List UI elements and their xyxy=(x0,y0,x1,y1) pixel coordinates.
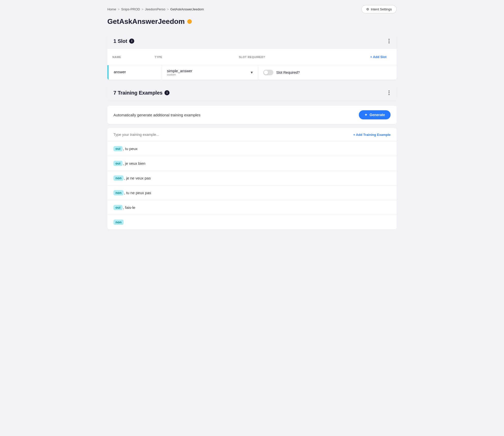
slots-section-title: 1 Slot xyxy=(113,38,127,44)
training-example-row: oui, tu peux xyxy=(107,141,397,156)
training-title-row: 7 Training Examples i xyxy=(113,90,170,96)
training-input-row: + Add Training Example xyxy=(107,128,397,141)
intent-settings-button[interactable]: ⚙ Intent Settings xyxy=(361,5,397,13)
breadcrumb-sep-3: > xyxy=(167,7,169,11)
slots-more-menu[interactable] xyxy=(388,38,391,44)
slots-section: 1 Slot i NAME TYPE SLOT REQUIRED? + Add … xyxy=(107,33,397,80)
training-example-row: oui, fais-le xyxy=(107,200,397,215)
slot-required-text: Slot Required? xyxy=(276,70,300,75)
training-example-row: non, tu ne peux pas xyxy=(107,186,397,200)
slots-section-header: 1 Slot i xyxy=(107,33,397,49)
slot-type-label: custom xyxy=(167,73,192,76)
generate-btn-label: Generate xyxy=(369,113,385,117)
training-example-tag: oui xyxy=(113,146,123,151)
training-section-title: 7 Training Examples xyxy=(113,90,162,96)
training-example-text: , je veux bien xyxy=(123,161,145,166)
generate-section: Automatically generate additional traini… xyxy=(107,106,397,124)
training-more-menu[interactable] xyxy=(388,89,391,96)
slot-required-toggle[interactable] xyxy=(263,70,273,75)
training-example-row: non, je ne veux pas xyxy=(107,171,397,186)
training-example-text: , tu peux xyxy=(123,147,138,151)
page-title-row: GetAskAnswerJeedom xyxy=(107,17,397,26)
training-example-text: , tu ne peux pas xyxy=(124,191,151,195)
slots-table-header: NAME TYPE SLOT REQUIRED? + Add Slot xyxy=(107,49,397,65)
slots-info-icon[interactable]: i xyxy=(129,39,134,44)
training-example-input[interactable] xyxy=(113,133,353,137)
add-slot-button[interactable]: + Add Slot xyxy=(365,52,392,62)
generate-button[interactable]: ✦ Generate xyxy=(359,110,391,119)
intent-settings-label: Intent Settings xyxy=(371,7,392,11)
generate-text: Automatically generate additional traini… xyxy=(113,113,200,117)
breadcrumb-current: GetAskAnswerJeedom xyxy=(170,7,204,11)
status-dot xyxy=(187,19,192,24)
training-section-header-container: 7 Training Examples i xyxy=(107,85,397,101)
slots-col-required: SLOT REQUIRED? xyxy=(239,56,365,59)
training-info-icon[interactable]: i xyxy=(164,90,170,95)
training-examples-container: oui, tu peuxoui, je veux biennon, je ne … xyxy=(107,141,397,229)
slots-col-type: TYPE xyxy=(155,56,239,59)
breadcrumb-sep-2: > xyxy=(142,7,144,11)
slot-type-name: simple_answer xyxy=(167,69,192,73)
type-dropdown-chevron[interactable]: ▾ xyxy=(251,70,253,75)
slots-col-name: NAME xyxy=(112,56,155,59)
breadcrumb-nav: Home > Snips-PROD > JeedomPerso > GetAsk… xyxy=(107,7,204,11)
breadcrumb-jeedom[interactable]: JeedomPerso xyxy=(145,7,165,11)
training-section-header: 7 Training Examples i xyxy=(107,85,397,101)
slot-row: answer simple_answer custom ▾ Slot Requi… xyxy=(107,65,397,80)
slot-name: answer xyxy=(109,65,162,80)
add-training-example-button[interactable]: + Add Training Example xyxy=(353,133,391,137)
gear-icon: ⚙ xyxy=(366,7,369,11)
toggle-knob xyxy=(264,70,268,75)
breadcrumb: Home > Snips-PROD > JeedomPerso > GetAsk… xyxy=(107,5,397,13)
training-example-row: non xyxy=(107,215,397,229)
breadcrumb-sep-1: > xyxy=(118,7,120,11)
training-example-text: , fais-le xyxy=(123,205,135,210)
generate-icon: ✦ xyxy=(364,113,367,117)
training-example-tag: oui xyxy=(113,161,123,166)
breadcrumb-home[interactable]: Home xyxy=(107,7,116,11)
training-examples-list: + Add Training Example oui, tu peuxoui, … xyxy=(107,128,397,229)
training-example-row: oui, je veux bien xyxy=(107,156,397,171)
page-title: GetAskAnswerJeedom xyxy=(107,17,185,26)
slot-type-info: simple_answer custom xyxy=(167,69,192,76)
slot-required-cell: Slot Required? xyxy=(258,65,397,80)
slots-title-row: 1 Slot i xyxy=(113,38,134,44)
training-example-tag: non xyxy=(113,190,124,195)
training-example-text: , je ne veux pas xyxy=(124,176,151,180)
training-example-tag: non xyxy=(113,220,124,225)
slot-type-cell[interactable]: simple_answer custom ▾ xyxy=(162,65,258,80)
breadcrumb-snips[interactable]: Snips-PROD xyxy=(121,7,140,11)
training-example-tag: non xyxy=(113,175,124,181)
training-example-tag: oui xyxy=(113,205,123,210)
